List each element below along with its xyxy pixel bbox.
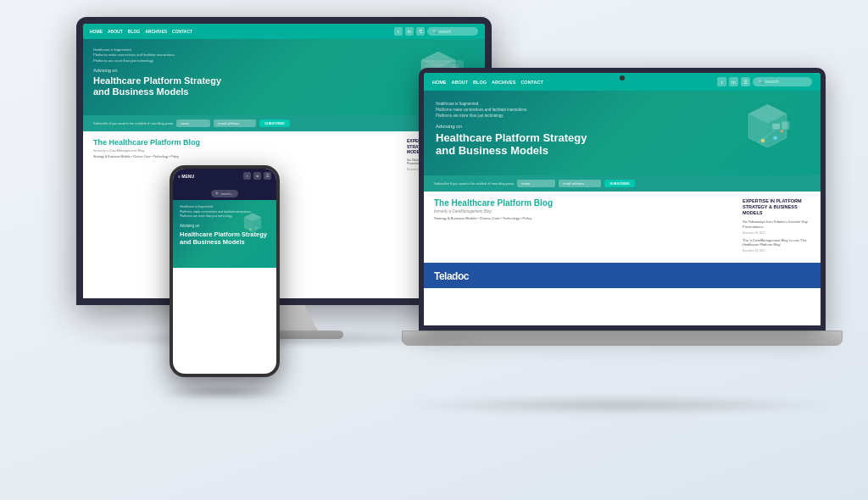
- phone-shadow: [159, 386, 287, 398]
- nav-archives[interactable]: ARCHIVES: [145, 29, 167, 34]
- laptop-hero: Healthcare is fragmented. Platforms make…: [424, 91, 821, 175]
- nav-blog[interactable]: BLOG: [128, 29, 140, 34]
- laptop-hero-illustration: [719, 95, 816, 171]
- laptop-sidebar-heading: EXPERTISE IN PLATFORM STRATEGY & BUSINES…: [743, 198, 810, 216]
- laptop-nav-about[interactable]: ABOUT: [452, 80, 469, 85]
- subscribe-text: Subscribe if you want to be notified of …: [93, 121, 173, 125]
- twitter-icon[interactable]: t: [394, 27, 403, 36]
- blog-subtitle: formerly e-CareManagement Blog: [93, 148, 398, 153]
- svg-rect-20: [772, 124, 780, 130]
- laptop-sidebar-item-2[interactable]: The 'e-CareManagement Blog' is now 'The …: [743, 238, 810, 247]
- svg-point-17: [761, 139, 765, 143]
- phone-screen: ≡ MENU t in ☰ 🔍 search... Healthcare: [173, 169, 276, 374]
- laptop-subscribe-text: Subscribe if you want to be notified of …: [434, 181, 514, 186]
- laptop-search-input[interactable]: 🔍 search: [753, 77, 812, 86]
- nav-about[interactable]: ABOUT: [108, 29, 123, 34]
- desktop-nav: HOME ABOUT BLOG ARCHIVES CONTACT t in ☰ …: [83, 24, 485, 39]
- subscribe-button[interactable]: SUBSCRIBE: [259, 119, 290, 127]
- svg-point-18: [773, 136, 777, 140]
- phone-menu-label[interactable]: ≡ MENU: [178, 174, 194, 179]
- laptop-blog-subtitle: formerly e-CareManagement Blog: [434, 209, 734, 214]
- teladoc-logo: Teladoc: [434, 270, 469, 282]
- laptop-sidebar-date-1: November 23, 2021: [743, 231, 810, 235]
- laptop-blog-categories: Strategy & Business Models • Chronic Car…: [434, 216, 734, 220]
- phone-website: ≡ MENU t in ☰ 🔍 search... Healthcare: [173, 169, 276, 268]
- linkedin-icon[interactable]: in: [405, 27, 414, 36]
- blog-categories: Strategy & Business Models • Chronic Car…: [93, 155, 398, 158]
- desktop-search-input[interactable]: 🔍 search: [427, 27, 478, 36]
- laptop-nav-blog[interactable]: BLOG: [473, 80, 487, 85]
- laptop-shadow: [393, 397, 843, 414]
- laptop-linkedin-icon[interactable]: in: [729, 77, 738, 86]
- laptop-nav-icons: t in ☰ 🔍 search: [717, 77, 812, 86]
- laptop-nav-home[interactable]: HOME: [432, 80, 447, 85]
- phone-twitter-icon[interactable]: t: [243, 172, 251, 180]
- phone-nav: ≡ MENU t in ☰ 🔍 search...: [173, 169, 276, 200]
- laptop-twitter-icon[interactable]: t: [717, 77, 726, 86]
- phone-nav-icons: t in ☰: [243, 172, 271, 180]
- svg-point-19: [781, 130, 783, 132]
- scene: HOME ABOUT BLOG ARCHIVES CONTACT t in ☰ …: [0, 0, 868, 500]
- laptop-sidebar-item-1[interactable]: Six Takeaways from Teladoc's Investor Da…: [743, 219, 810, 229]
- email-input[interactable]: email address: [214, 119, 256, 127]
- desktop-nav-icons: t in ☰ 🔍 search: [394, 27, 478, 36]
- mobile-phone: ≡ MENU t in ☰ 🔍 search... Healthcare: [170, 165, 280, 377]
- desktop-nav-links: HOME ABOUT BLOG ARCHIVES CONTACT: [90, 29, 192, 34]
- phone-hero: Healthcare is fragmented. Platforms make…: [173, 200, 276, 268]
- laptop-screen: HOME ABOUT BLOG ARCHIVES CONTACT t in ☰ …: [424, 73, 821, 325]
- laptop-frame: HOME ABOUT BLOG ARCHIVES CONTACT t in ☰ …: [419, 68, 826, 331]
- blog-title: The Healthcare Platform Blog: [93, 138, 398, 147]
- laptop-content: The Healthcare Platform Blog formerly e-…: [424, 192, 821, 259]
- svg-point-27: [250, 229, 252, 231]
- name-input[interactable]: name: [176, 119, 210, 127]
- laptop-subscribe-button[interactable]: SUBSCRIBE: [604, 180, 635, 187]
- phone-frame: ≡ MENU t in ☰ 🔍 search... Healthcare: [170, 165, 280, 377]
- phone-hero-illustration: [231, 203, 274, 249]
- laptop-camera: [620, 75, 625, 81]
- laptop-rss-icon[interactable]: ☰: [741, 77, 750, 86]
- svg-rect-21: [782, 122, 789, 130]
- laptop-subscribe-bar: Subscribe if you want to be notified of …: [424, 175, 821, 192]
- phone-rss-icon[interactable]: ☰: [264, 172, 271, 180]
- rss-icon[interactable]: ☰: [416, 27, 425, 36]
- laptop-content-main: The Healthcare Platform Blog formerly e-…: [434, 198, 734, 253]
- laptop-nav-contact[interactable]: CONTACT: [520, 80, 542, 85]
- laptop-website: HOME ABOUT BLOG ARCHIVES CONTACT t in ☰ …: [424, 73, 821, 288]
- teladoc-section: Teladoc: [424, 263, 821, 288]
- laptop-nav-links: HOME ABOUT BLOG ARCHIVES CONTACT: [432, 80, 543, 85]
- laptop-sidebar-date-2: November 23, 2021: [743, 249, 810, 253]
- svg-point-28: [255, 227, 257, 229]
- laptop-content-sidebar: EXPERTISE IN PLATFORM STRATEGY & BUSINES…: [743, 198, 810, 253]
- phone-search[interactable]: 🔍 search...: [211, 190, 237, 197]
- desktop-shadow: [76, 331, 492, 347]
- laptop-name-input[interactable]: name: [517, 180, 555, 187]
- laptop-nav-archives[interactable]: ARCHIVES: [492, 80, 515, 85]
- phone-linkedin-icon[interactable]: in: [253, 172, 261, 180]
- laptop-blog-title: The Healthcare Platform Blog: [434, 198, 734, 208]
- laptop-email-input[interactable]: email address: [559, 180, 601, 187]
- nav-contact[interactable]: CONTACT: [172, 29, 192, 34]
- nav-home[interactable]: HOME: [90, 29, 103, 34]
